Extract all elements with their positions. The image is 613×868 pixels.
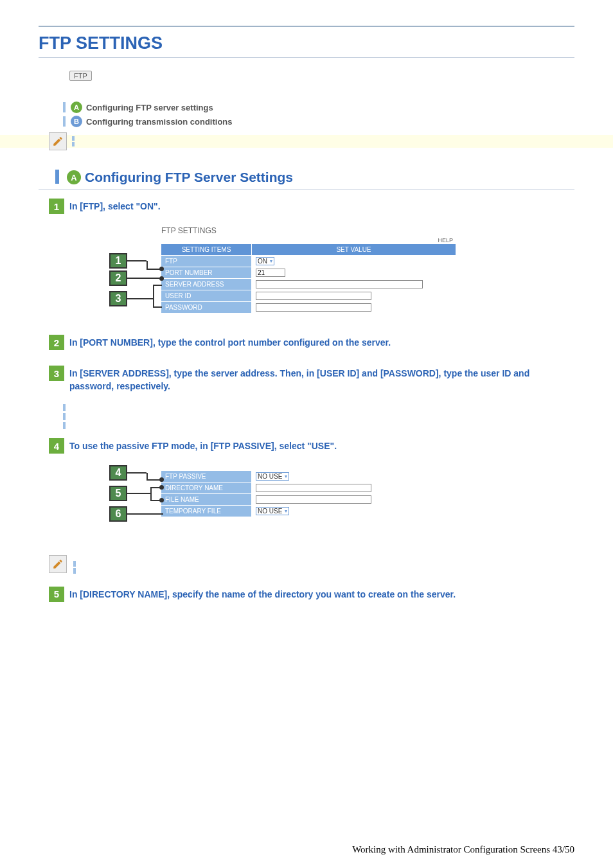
tempfile-select[interactable]: NO USE▾ <box>256 507 289 515</box>
row-dirname-label: DIRECTORY NAME <box>161 483 251 493</box>
port-input[interactable] <box>256 269 285 277</box>
passive-select[interactable]: NO USE▾ <box>256 472 289 481</box>
section-a-heading: A Configuring FTP Server Settings <box>39 164 574 190</box>
table-title: FTP SETTINGS <box>161 226 456 236</box>
step-num-5: 5 <box>49 587 64 602</box>
callout-4-box: 4 <box>109 465 127 481</box>
row-passive-label: FTP PASSIVE <box>161 471 251 482</box>
note-icon-row <box>49 555 574 575</box>
row-passive-value[interactable]: NO USE▾ <box>252 471 436 482</box>
step-num-1: 1 <box>49 199 64 214</box>
row-password-label: PASSWORD <box>161 302 251 313</box>
pencil-icon <box>49 555 67 573</box>
toc-item-b[interactable]: B Configuring transmission conditions <box>63 116 574 127</box>
password-input[interactable] <box>256 303 371 312</box>
toc-marker <box>63 102 66 112</box>
callout-2-box: 2 <box>109 270 127 286</box>
dirname-input[interactable] <box>256 484 371 492</box>
ftp-settings-screenshot-1: FTP SETTINGS HELP SETTING ITEMS SET VALU… <box>109 226 574 315</box>
pencil-icon <box>49 132 67 150</box>
userid-input[interactable] <box>256 292 371 300</box>
ftp-settings-screenshot-2: FTP PASSIVE NO USE▾ DIRECTORY NAME FILE … <box>109 465 574 536</box>
callout-3: 3 <box>109 291 153 306</box>
toc-marker <box>63 116 66 127</box>
callout-1: 1 <box>109 253 147 269</box>
row-filename-label: FILE NAME <box>161 494 251 505</box>
row-userid-label: USER ID <box>161 290 251 301</box>
letter-a-badge: A <box>71 102 82 113</box>
row-port-value[interactable] <box>252 267 456 278</box>
divider-bars <box>63 404 574 429</box>
col-header-value: SET VALUE <box>252 244 456 255</box>
callout-3-box: 3 <box>109 291 127 306</box>
divider-bars <box>72 135 75 148</box>
toc-label: Configuring transmission conditions <box>86 117 233 127</box>
callout-6: 6 <box>109 506 163 522</box>
step-text: In [SERVER ADDRESS], type the server add… <box>69 366 574 393</box>
step-2: 2 In [PORT NUMBER], type the control por… <box>49 335 574 350</box>
step-text: In [DIRECTORY NAME], specify the name of… <box>69 587 456 601</box>
filename-input[interactable] <box>256 495 371 504</box>
row-tempfile-label: TEMPORARY FILE <box>161 506 251 517</box>
callout-1-box: 1 <box>109 253 127 269</box>
callout-2: 2 <box>109 270 164 286</box>
step-text: To use the passive FTP mode, in [FTP PAS… <box>69 438 337 453</box>
step-3: 3 In [SERVER ADDRESS], type the server a… <box>49 366 574 393</box>
heading-bar <box>55 170 59 184</box>
step-num-3: 3 <box>49 366 64 381</box>
step-5: 5 In [DIRECTORY NAME], specify the name … <box>49 587 574 602</box>
row-tempfile-value[interactable]: NO USE▾ <box>252 506 436 517</box>
server-address-input[interactable] <box>256 280 423 288</box>
callout-4: 4 <box>109 465 147 481</box>
toc-label: Configuring FTP server settings <box>86 103 213 112</box>
page-footer: Working with Administrator Configuration… <box>352 844 574 855</box>
row-ftp-label: FTP <box>161 256 251 267</box>
step-1: 1 In [FTP], select "ON". <box>49 199 574 214</box>
letter-a-badge: A <box>67 170 81 184</box>
step-4: 4 To use the passive FTP mode, in [FTP P… <box>49 438 574 454</box>
row-server-label: SERVER ADDRESS <box>161 279 251 290</box>
step-text: In [PORT NUMBER], type the control port … <box>69 335 391 350</box>
ftp-tab-chip: FTP <box>69 71 92 81</box>
step-text: In [FTP], select "ON". <box>69 199 161 213</box>
note-bar <box>0 135 613 148</box>
step-num-2: 2 <box>49 335 64 350</box>
callout-5: 5 <box>109 486 150 501</box>
page-title: FTP SETTINGS <box>39 26 574 58</box>
step-num-4: 4 <box>49 438 64 454</box>
col-header-items: SETTING ITEMS <box>161 244 251 255</box>
ftp-select[interactable]: ON▾ <box>256 257 274 265</box>
toc-item-a[interactable]: A Configuring FTP server settings <box>63 102 574 113</box>
row-ftp-value[interactable]: ON▾ <box>252 256 456 267</box>
help-link[interactable]: HELP <box>161 237 456 244</box>
section-title: Configuring FTP Server Settings <box>85 170 293 185</box>
callout-5-box: 5 <box>109 486 127 501</box>
letter-b-badge: B <box>71 116 82 127</box>
callout-6-box: 6 <box>109 506 127 522</box>
row-port-label: PORT NUMBER <box>161 267 251 278</box>
